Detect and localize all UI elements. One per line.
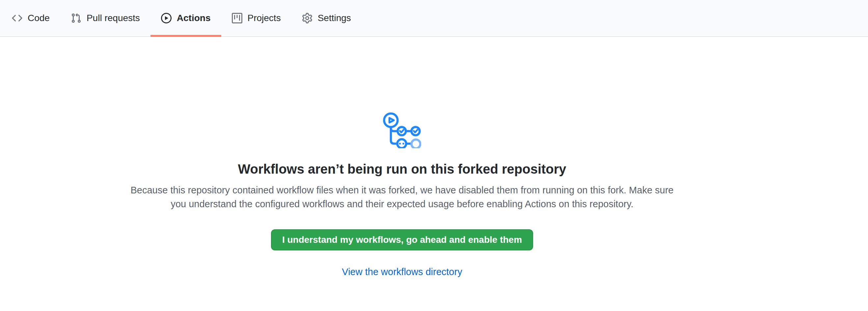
tab-settings[interactable]: Settings: [291, 0, 362, 36]
actions-disabled-blankslate: Workflows aren’t being run on this forke…: [0, 37, 868, 279]
tab-pull-requests[interactable]: Pull requests: [60, 0, 151, 36]
git-pull-request-icon: [71, 13, 81, 23]
project-icon: [232, 13, 242, 23]
gear-icon: [302, 13, 312, 23]
code-icon: [12, 13, 22, 23]
view-workflows-directory-link[interactable]: View the workflows directory: [342, 265, 462, 279]
enable-workflows-button[interactable]: I understand my workflows, go ahead and …: [271, 229, 533, 250]
tab-pull-requests-label: Pull requests: [87, 13, 140, 23]
blankslate-heading: Workflows aren’t being run on this forke…: [238, 161, 566, 177]
play-icon: [161, 13, 172, 23]
blankslate-column: Workflows aren’t being run on this forke…: [0, 37, 804, 279]
tab-code[interactable]: Code: [1, 0, 60, 36]
tab-actions-label: Actions: [177, 13, 211, 23]
tab-settings-label: Settings: [318, 13, 351, 23]
tab-code-label: Code: [28, 13, 50, 23]
tab-projects[interactable]: Projects: [221, 0, 291, 36]
tab-projects-label: Projects: [248, 13, 281, 23]
workflow-illustration: [383, 110, 421, 148]
tab-actions[interactable]: Actions: [151, 0, 221, 36]
repo-tab-bar: Code Pull requests Actions Projects Sett…: [0, 0, 868, 37]
blankslate-description: Because this repository contained workfl…: [129, 183, 675, 211]
